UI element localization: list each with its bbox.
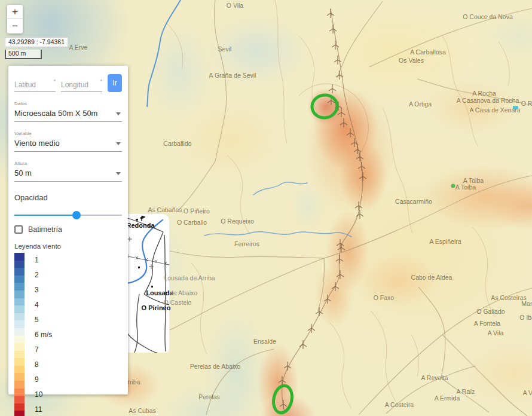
- latitude-input[interactable]: [14, 79, 56, 92]
- legend-label: 10: [35, 390, 42, 399]
- legend-label: 2: [35, 271, 39, 279]
- map-place-label: O Vila: [227, 2, 243, 9]
- map-place-label: Redonda: [126, 222, 154, 229]
- map-place-label: O Iba: [519, 314, 532, 321]
- map-place-label: rriba: [127, 378, 140, 386]
- map-place-label: Os Vales: [399, 57, 424, 64]
- bathymetry-label: Batimetría: [28, 225, 62, 234]
- chevron-down-icon: [116, 142, 121, 145]
- map-place-label: Casacarmiño: [395, 198, 432, 205]
- map-place-label: O Re: [521, 100, 532, 107]
- map-place-label: A Casanova da Rocha: [457, 97, 519, 104]
- map-place-label: Carballido: [163, 140, 191, 147]
- longitude-field-wrap: °: [61, 79, 102, 92]
- map-place-label: de Abaixo: [170, 289, 197, 296]
- datos-label: Datos: [14, 101, 122, 106]
- chevron-down-icon: [116, 172, 121, 175]
- map-place-label: O Faxo: [374, 294, 394, 301]
- map-place-label: A Revolta: [421, 374, 448, 381]
- map-place-label: A Ortiga: [409, 100, 432, 108]
- map-place-label: A Casa de Xenara: [469, 106, 520, 114]
- map-place-label: A Rocha: [472, 90, 496, 97]
- bathymetry-checkbox[interactable]: [14, 225, 23, 234]
- legend-labels: 123456 m/s7891011: [35, 253, 122, 416]
- zoom-in-button[interactable]: +: [7, 5, 23, 19]
- control-panel: ° ° Ir Datos Microescala 50m X 50m Varia…: [8, 66, 128, 394]
- coordinate-search-row: ° ° Ir: [14, 74, 122, 92]
- wind-legend: 123456 m/s7891011: [14, 253, 122, 416]
- opacity-slider-thumb[interactable]: [72, 211, 81, 219]
- latitude-field-wrap: °: [14, 79, 56, 92]
- altura-label: Altura: [14, 161, 122, 166]
- zoom-control: + −: [7, 5, 23, 33]
- map-place-label: Ferreiros: [234, 240, 259, 247]
- bathymetry-row: Batimetría: [14, 225, 122, 234]
- map-place-label: A Ermida: [435, 394, 460, 402]
- legend-label: 6 m/s: [35, 331, 52, 339]
- altura-value: 50 m: [14, 169, 32, 178]
- legend-label: 9: [35, 375, 39, 384]
- map-place-label: Ensalde: [253, 338, 276, 345]
- map-place-label: A Erve: [69, 44, 88, 51]
- variable-label: Variable: [14, 131, 122, 136]
- map-place-label: A Graña de Sevil: [209, 72, 256, 79]
- variable-select[interactable]: Viento medio: [14, 136, 122, 152]
- map-place-label: Lousada: [146, 289, 173, 296]
- datos-value: Microescala 50m X 50m: [14, 109, 97, 118]
- legend-label: 5: [35, 316, 39, 324]
- legend-label: 3: [35, 286, 39, 294]
- map-place-label: A Vila: [488, 329, 504, 337]
- go-button[interactable]: Ir: [108, 74, 122, 92]
- cursor-coordinates: 43.29289 : -7.94361: [5, 37, 68, 47]
- map-place-label: A Espiñeira: [429, 238, 461, 245]
- map-place-label: A Costeira: [385, 401, 414, 408]
- opacity-slider-fill: [14, 215, 77, 216]
- legend-label: 7: [35, 345, 39, 354]
- map-place-label: As Cubas: [129, 407, 156, 414]
- map-place-label: Perelas de Abaixo: [190, 363, 241, 370]
- legend-label: 8: [35, 360, 39, 369]
- map-place-label: A Carballosa: [410, 48, 446, 56]
- map-place-label: O Carballo: [177, 219, 207, 226]
- degree-symbol-lon: °: [100, 79, 102, 85]
- opacity-slider[interactable]: [14, 211, 122, 219]
- datos-select[interactable]: Microescala 50m X 50m: [14, 106, 122, 122]
- opacity-label: Opacidad: [14, 193, 122, 202]
- zoom-out-button[interactable]: −: [7, 19, 23, 33]
- map-place-label: O Piñeiro: [184, 207, 210, 215]
- map-place-label: A Vi: [523, 389, 532, 396]
- map-place-label: A Toiba: [455, 183, 476, 191]
- legend-label: 4: [35, 301, 39, 309]
- legend-title: Leyenda viento: [14, 243, 122, 250]
- map-place-label: A Fontela: [474, 320, 500, 327]
- map-place-label: O Pirineo: [142, 304, 171, 311]
- map-place-label: O Requeixo: [221, 218, 253, 225]
- map-place-label: Perelas: [198, 393, 220, 400]
- scale-bar: 500 m: [5, 50, 42, 59]
- longitude-input[interactable]: [61, 79, 102, 92]
- altura-select[interactable]: 50 m: [14, 166, 122, 182]
- map-place-label: Lousada de Arriba: [164, 274, 215, 282]
- map-place-label: O Couce da Nova: [463, 13, 512, 20]
- map-place-label: Cabo de Aldea: [411, 274, 452, 281]
- map-place-label: Sevil: [218, 45, 232, 53]
- map-place-label: As Cabañas: [148, 206, 182, 213]
- degree-symbol-lat: °: [53, 79, 56, 85]
- legend-label: 1: [35, 256, 39, 264]
- legend-colorbar: [14, 253, 25, 416]
- legend-label: 11: [35, 405, 42, 414]
- chevron-down-icon: [116, 112, 121, 115]
- map-place-label: Marti: [521, 300, 532, 307]
- variable-value: Viento medio: [14, 139, 60, 148]
- map-place-label: O Galiado: [476, 308, 505, 315]
